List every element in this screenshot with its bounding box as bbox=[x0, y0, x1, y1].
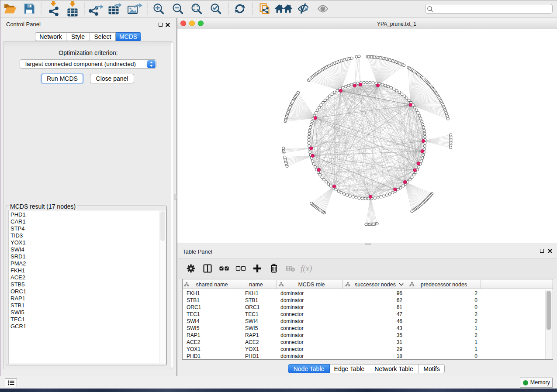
svg-text:f(x): f(x) bbox=[301, 264, 312, 273]
